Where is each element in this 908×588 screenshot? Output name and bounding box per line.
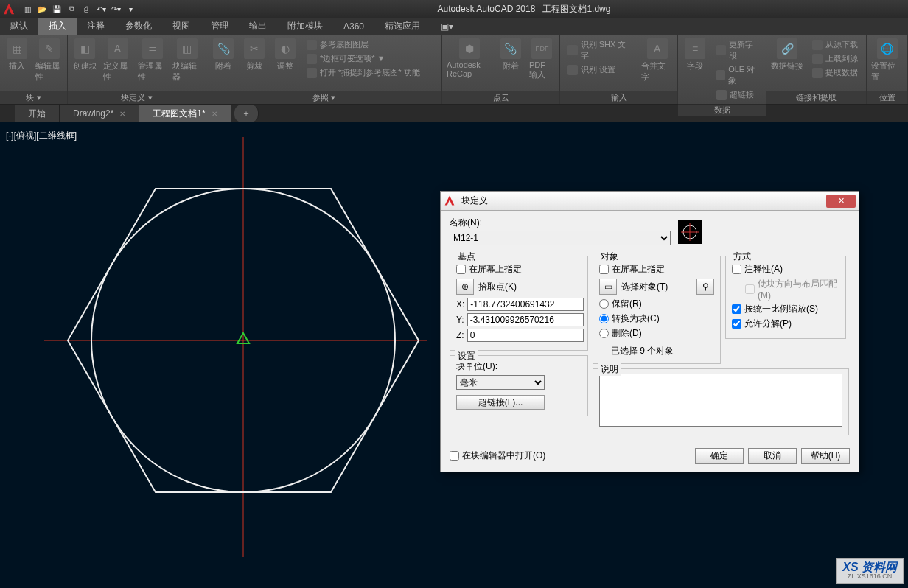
tab-overflow-icon[interactable]: ▣▾ [430, 18, 464, 35]
select-objects-button[interactable]: ▭ [599, 279, 617, 295]
ribbon-btn-clip[interactable]: ✂剪裁 [242, 38, 267, 71]
qat-saveas-icon[interactable]: ⧉ [65, 3, 78, 15]
qat-undo-icon[interactable]: ↶▾ [94, 3, 108, 15]
title-bar: ▥ 📂 💾 ⧉ ⎙ ↶▾ ↷▾ ▾ Autodesk AutoCAD 2018 … [0, 0, 908, 18]
ribbon-btn-setlocation[interactable]: 🌐设置位置 [871, 38, 903, 83]
ribbon-btn-recap[interactable]: ⬢Autodesk ReCap [447, 38, 492, 78]
ribbon-btn-frameopts[interactable]: *边框可变选项* ▼ [304, 52, 423, 65]
panel-label[interactable]: 位置 [867, 91, 907, 104]
pick-point-label: 拾取点(K) [478, 281, 517, 293]
ribbon-btn-download[interactable]: 从源下载 [809, 38, 861, 51]
chk-annotative[interactable] [732, 265, 741, 274]
ribbon-btn-field[interactable]: ≡字段 [682, 38, 708, 71]
panel-label[interactable]: 点云 [442, 91, 559, 104]
ribbon-btn-extract[interactable]: 提取数据 [809, 66, 861, 79]
ribbon-btn-adjust[interactable]: ◐调整 [273, 38, 298, 71]
radio-delete[interactable] [599, 329, 609, 338]
ribbon-btn-defattr[interactable]: A定义属性 [103, 38, 132, 83]
ribbon-btn-attach[interactable]: 📎附着 [211, 38, 236, 71]
panel-label[interactable]: 数据 [678, 104, 766, 116]
ribbon-btn-pcattach[interactable]: 📎附着 [498, 38, 523, 71]
qat-plot-icon[interactable]: ⎙ [80, 3, 93, 15]
radio-convert[interactable] [599, 314, 609, 323]
chk-scale[interactable] [732, 304, 741, 314]
doctab-start[interactable]: 开始 [15, 105, 60, 122]
ribbon-btn-mngattr[interactable]: ≣管理属性 [138, 38, 167, 83]
panel-label[interactable]: 链接和提取 [766, 91, 866, 104]
tab-annotate[interactable]: 注释 [77, 18, 115, 35]
help-button[interactable]: 帮助(H) [801, 448, 850, 464]
tab-manage[interactable]: 管理 [200, 18, 239, 35]
cancel-button[interactable]: 取消 [748, 448, 797, 464]
z-label: Z: [456, 330, 464, 340]
chk-onscreen-base[interactable] [456, 265, 466, 274]
ribbon-btn-datalink[interactable]: 🔗数据链接 [771, 38, 803, 71]
panel-label[interactable]: 块 ▾ [0, 91, 67, 104]
quickselect-button[interactable]: ⚲ [696, 279, 714, 295]
tab-addins[interactable]: 附加模块 [277, 18, 333, 35]
tab-a360[interactable]: A360 [333, 18, 374, 35]
ribbon-tabs: 默认 插入 注释 参数化 视图 管理 输出 附加模块 A360 精选应用 ▣▾ [0, 18, 908, 35]
group-basepoint: 基点 在屏幕上指定 ⊕ 拾取点(K) X: Y: Z: [450, 256, 588, 351]
panel-label[interactable]: 块定义 ▾ [68, 91, 206, 104]
ribbon-btn-recogshx[interactable]: 识别 SHX 文字 [565, 38, 635, 62]
select-objects-label: 选择对象(T) [621, 281, 692, 293]
doctab-new[interactable]: ＋ [234, 105, 259, 122]
ribbon-btn-pdfimport[interactable]: PDFPDF 输入 [529, 38, 555, 80]
chk-matchorient [745, 284, 755, 294]
ribbon-btn-snaprefs[interactable]: 打开 *捕捉到参考底图* 功能 [304, 66, 423, 79]
tab-view[interactable]: 视图 [162, 18, 200, 35]
ribbon: ▦插入 ✎编辑属性 块 ▾ ◧创建块 A定义属性 ≣管理属性 ▥块编辑器 块定义… [0, 35, 908, 105]
close-icon[interactable]: ✕ [119, 110, 125, 118]
ribbon-btn-underlaylayers[interactable]: 参考底图图层 [304, 38, 423, 51]
tab-output[interactable]: 输出 [239, 18, 277, 35]
unit-select[interactable]: 毫米 [456, 375, 545, 390]
radio-retain[interactable] [599, 299, 609, 309]
qat-save-icon[interactable]: 💾 [50, 3, 63, 15]
doctab-drawing2[interactable]: Drawing2*✕ [60, 105, 139, 122]
chk-onscreen-obj[interactable] [599, 265, 609, 274]
doctab-current[interactable]: 工程图文档1*✕ [139, 105, 231, 122]
ok-button[interactable]: 确定 [695, 448, 744, 464]
block-name-input[interactable]: M12-1 [450, 231, 671, 245]
dialog-titlebar[interactable]: 块定义 ✕ [441, 192, 859, 211]
ribbon-panel-link: 🔗数据链接 从源下载 上载到源 提取数据 链接和提取 [766, 35, 867, 104]
dialog-close-button[interactable]: ✕ [826, 195, 856, 208]
panel-label[interactable]: 输入 [560, 91, 677, 104]
dialog-title: 块定义 [461, 195, 826, 207]
ribbon-btn-upload[interactable]: 上载到源 [809, 52, 861, 65]
tab-featured[interactable]: 精选应用 [374, 18, 430, 35]
chk-open-in-editor[interactable] [450, 451, 459, 461]
z-input[interactable] [467, 329, 584, 342]
group-description: 说明 [593, 368, 849, 435]
chk-explode[interactable] [732, 319, 741, 329]
qat-redo-icon[interactable]: ↷▾ [109, 3, 122, 15]
block-preview [678, 220, 702, 244]
app-logo[interactable] [0, 0, 18, 18]
pick-point-button[interactable]: ⊕ [456, 279, 474, 295]
ribbon-btn-recogsettings[interactable]: 识别 设置 [565, 63, 635, 76]
qat-more-icon[interactable]: ▾ [124, 3, 137, 15]
tab-parametric[interactable]: 参数化 [115, 18, 162, 35]
tab-default[interactable]: 默认 [0, 18, 38, 35]
description-textarea[interactable] [599, 374, 842, 427]
ribbon-btn-updatefield[interactable]: 更新字段 [713, 38, 761, 62]
ribbon-btn-blockeditor[interactable]: ▥块编辑器 [172, 38, 201, 83]
ribbon-btn-createblock[interactable]: ◧创建块 [72, 38, 97, 71]
close-icon[interactable]: ✕ [212, 110, 217, 118]
ribbon-btn-ole[interactable]: OLE 对象 [713, 63, 761, 87]
tab-insert[interactable]: 插入 [38, 18, 77, 35]
qat-new-icon[interactable]: ▥ [21, 3, 34, 15]
panel-label[interactable]: 参照 ▾ [206, 91, 441, 104]
x-input[interactable] [467, 298, 584, 311]
document-tabs: 开始 Drawing2*✕ 工程图文档1*✕ ＋ [0, 105, 908, 122]
ribbon-btn-hyperlink[interactable]: 超链接 [713, 88, 761, 101]
ribbon-btn-combinetext[interactable]: A合并文字 [641, 38, 673, 83]
y-input[interactable] [467, 313, 584, 326]
hyperlink-button[interactable]: 超链接(L)... [456, 395, 545, 410]
ribbon-panel-data: ≡字段 更新字段 OLE 对象 超链接 数据 [678, 35, 766, 104]
selection-count: 已选择 9 个对象 [599, 342, 714, 357]
qat-open-icon[interactable]: 📂 [35, 3, 49, 15]
ribbon-btn-insert[interactable]: ▦插入 [4, 38, 29, 71]
ribbon-btn-editattr[interactable]: ✎编辑属性 [35, 38, 63, 83]
